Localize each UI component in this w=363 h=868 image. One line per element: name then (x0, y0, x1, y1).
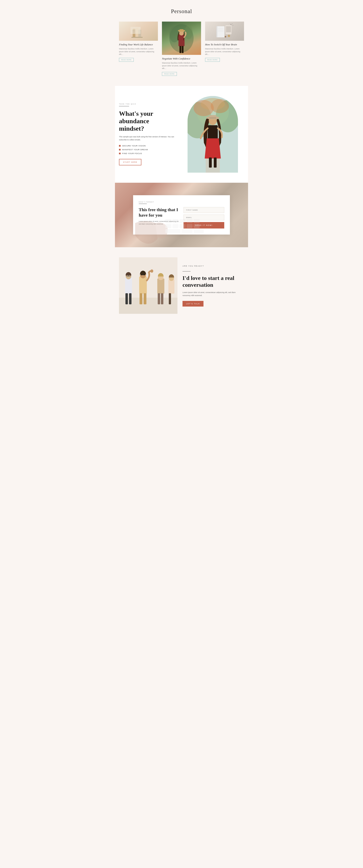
svg-point-36 (201, 98, 225, 110)
svg-rect-72 (140, 293, 142, 304)
svg-point-25 (225, 36, 226, 37)
svg-rect-43 (209, 157, 212, 167)
post-1-read-more[interactable]: READ MORE (119, 58, 134, 62)
svg-rect-65 (125, 293, 128, 304)
svg-rect-78 (161, 293, 163, 304)
conversation-image (119, 257, 178, 314)
quiz-title: What's your abundance mindset? (119, 110, 176, 132)
svg-rect-57 (193, 229, 204, 233)
quiz-image-container (181, 96, 244, 173)
blog-card-2: Negotiate With Confidence Maecenas fauci… (162, 22, 201, 76)
svg-rect-48 (186, 219, 192, 223)
svg-point-29 (233, 25, 233, 25)
svg-rect-42 (209, 118, 216, 118)
conversation-image-container (119, 257, 178, 314)
blog-section: Personal ≡≡≡≡ ≡≡≡≡ Finding Your Work Lif… (115, 0, 248, 86)
conversation-title: I'd love to start a real conversation (182, 275, 244, 288)
post-3-excerpt: Maecenas faucibus mollis interdum. Lorem… (205, 48, 244, 56)
post-3-title: How To Switch Off Your Brain (205, 43, 244, 46)
blog-image-2 (162, 22, 201, 55)
blog-card-3: How To Switch Off Your Brain Maecenas fa… (205, 22, 244, 62)
quiz-item-1: SECURE YOUR VISION (119, 145, 176, 147)
freebie-section: DON'T FORGET This free thing that I have… (115, 183, 248, 247)
quiz-label: TAKE THE QUIZ (119, 103, 176, 105)
quiz-item-2-label: MANIFEST YOUR DREAM (122, 149, 148, 151)
svg-rect-53 (186, 224, 192, 228)
svg-rect-81 (169, 293, 171, 304)
blog-grid: ≡≡≡≡ ≡≡≡≡ Finding Your Work Life Balance… (119, 22, 244, 76)
quiz-bullet-1 (119, 145, 121, 147)
quiz-item-3: FIND YOUR FOCUS (119, 152, 176, 154)
conversation-section: ARE YOU READY? I'd love to start a real … (115, 247, 248, 324)
svg-rect-60 (125, 278, 132, 293)
svg-rect-4 (131, 37, 143, 38)
svg-point-28 (230, 23, 230, 24)
svg-rect-67 (139, 277, 147, 293)
friends-illustration (119, 257, 178, 314)
post-1-title: Finding Your Work Life Balance (119, 43, 158, 46)
svg-point-27 (232, 23, 233, 24)
desk-items-illustration (214, 22, 235, 40)
svg-rect-47 (180, 219, 185, 223)
quiz-bullet-2 (119, 149, 121, 150)
quiz-description: This sample quiz was built using the fre… (119, 135, 176, 141)
svg-rect-54 (193, 224, 200, 228)
svg-rect-55 (165, 229, 181, 233)
blog-image-3 (205, 22, 244, 41)
keyboard-bg (115, 183, 248, 247)
conversation-description: Lorem ipsum dolor sit amet, consectetuer… (182, 291, 244, 297)
svg-rect-23 (226, 26, 231, 32)
post-3-read-more[interactable]: READ MORE (205, 58, 220, 62)
svg-rect-14 (180, 29, 183, 31)
woman-plants-illustration (169, 22, 194, 55)
quiz-content: TAKE THE QUIZ What's your abundance mind… (119, 103, 176, 165)
conversation-label: ARE YOU READY? (182, 265, 244, 268)
svg-rect-79 (169, 280, 175, 293)
quiz-start-button[interactable]: START HERE (119, 159, 141, 165)
post-2-excerpt: Maecenas faucibus mollis interdum. Lorem… (162, 62, 201, 70)
svg-point-24 (228, 35, 230, 37)
svg-rect-38 (208, 125, 218, 140)
svg-rect-17 (216, 26, 224, 37)
quiz-arch-image (187, 96, 238, 173)
post-2-title: Negotiate With Confidence (162, 57, 201, 61)
svg-point-74 (150, 270, 153, 273)
quiz-item-2: MANIFEST YOUR DREAM (119, 149, 176, 151)
quiz-bullet-3 (119, 153, 121, 154)
quiz-section: TAKE THE QUIZ What's your abundance mind… (115, 86, 248, 183)
svg-text:≡≡≡≡: ≡≡≡≡ (132, 30, 135, 31)
svg-text:≡≡≡≡: ≡≡≡≡ (132, 31, 135, 32)
svg-rect-46 (173, 219, 179, 223)
svg-rect-16 (182, 46, 183, 53)
svg-rect-56 (181, 229, 192, 233)
svg-rect-51 (173, 224, 179, 228)
svg-rect-73 (144, 293, 146, 304)
svg-rect-77 (158, 293, 160, 304)
post-1-excerpt: Maecenas faucibus mollis interdum. Lorem… (119, 48, 158, 56)
blog-image-1: ≡≡≡≡ ≡≡≡≡ (119, 22, 158, 41)
svg-rect-50 (165, 224, 172, 228)
svg-rect-18 (216, 26, 217, 37)
quiz-item-1-label: SECURE YOUR VISION (122, 145, 146, 147)
quiz-items-list: SECURE YOUR VISION MANIFEST YOUR DREAM F… (119, 145, 176, 154)
svg-rect-52 (180, 224, 185, 228)
conversation-label-divider (182, 271, 190, 272)
svg-rect-45 (165, 219, 172, 223)
svg-rect-15 (180, 46, 181, 53)
svg-point-26 (231, 24, 231, 25)
svg-rect-44 (214, 157, 217, 167)
svg-rect-49 (193, 219, 200, 223)
quiz-item-3-label: FIND YOUR FOCUS (122, 152, 142, 154)
arch-woman-illustration (187, 96, 238, 173)
svg-rect-75 (157, 279, 164, 293)
blog-card-1: ≡≡≡≡ ≡≡≡≡ Finding Your Work Life Balance… (119, 22, 158, 62)
books-illustration: ≡≡≡≡ ≡≡≡≡ (128, 23, 149, 39)
svg-rect-5 (130, 27, 141, 34)
site-title: Personal (119, 8, 244, 14)
conversation-content: ARE YOU READY? I'd love to start a real … (182, 265, 244, 307)
lets-talk-button[interactable]: LET'S TALK (182, 301, 204, 307)
post-2-read-more[interactable]: READ MORE (162, 72, 177, 76)
svg-rect-66 (129, 293, 131, 304)
